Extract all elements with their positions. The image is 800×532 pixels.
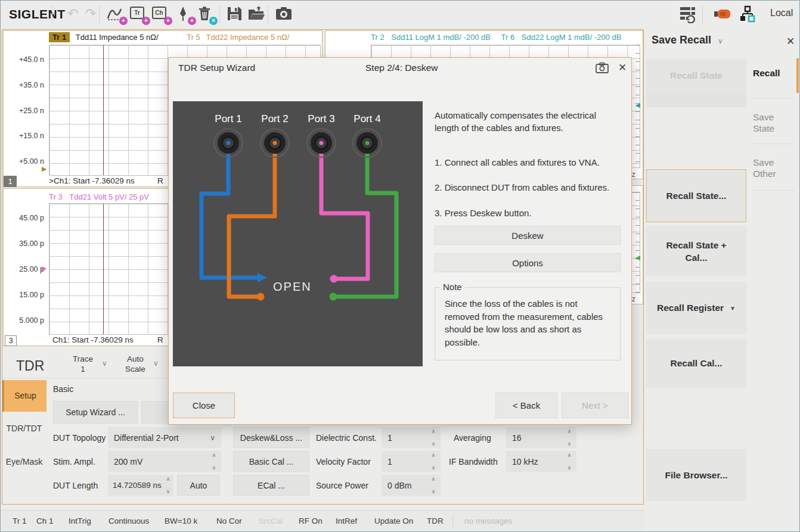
save-icon[interactable] [226,5,245,23]
sidebar-tab-save-state[interactable]: Save State [753,111,796,134]
tab-setup[interactable]: Setup [2,380,46,412]
recall-cal-button[interactable]: Recall Cal... [646,338,746,388]
channel-badge[interactable]: 3 [5,335,17,346]
recall-state-button[interactable]: Recall State... [646,169,746,222]
spin-up-icon[interactable]: ∧ [565,428,573,434]
trace2-header[interactable]: Tr 2 Sdd11 LogM 1 mdB/ -200 dB Tr 6 Sdd2… [371,33,622,42]
recall-state-cal-button[interactable]: Recall State + Cal... [646,226,746,276]
chevron-down-icon[interactable]: ∨ [153,359,159,368]
preset-list-icon[interactable] [679,5,698,23]
source-power-field[interactable]: 0 dBm ∧∨ [382,475,441,496]
scale-selector[interactable]: Auto Scale [119,354,152,374]
spin-down-icon[interactable]: ∨ [164,489,172,494]
options-button[interactable]: Options [435,253,621,272]
open-folder-icon[interactable] [247,5,266,23]
undo-icon[interactable]: ↶ [67,5,86,23]
trace5-badge[interactable]: Tr 5 [187,33,200,42]
trace3-detail: Tdd21 Volt 5 pV/ 25 pV [69,192,149,201]
spin-up-icon[interactable]: ∧ [210,452,218,458]
basic-cal-button[interactable]: Basic Cal ... [233,451,309,472]
add-trace-icon[interactable]: + [106,5,125,23]
trace6-badge[interactable]: Tr 6 [501,33,515,42]
deskew-step-2: 2. Disconnect DUT from cables and fixtur… [435,181,622,194]
y-tick: 35.00 p [4,239,44,248]
ref-level-marker[interactable]: ◀ [635,254,640,261]
dielectric-const-field[interactable]: 1 ∧∨ [382,427,441,448]
tab-tdr-tdt[interactable]: TDR/TDT [2,418,46,439]
close-button[interactable]: Close [173,393,235,418]
tab-separator [753,190,795,191]
y-tick: +35.0 n [4,81,44,89]
trace1-badge[interactable]: Tr 1 [49,32,70,42]
sidebar-tab-recall[interactable]: Recall [753,67,796,79]
y-tick: 25.00 p [4,265,44,273]
deskew-button[interactable]: Deskew [435,226,621,245]
ref-level-marker[interactable]: ▶ [42,166,46,172]
status-update: Update On [374,517,413,525]
stimulus-start-label[interactable]: Ch1: Start -7.36029 ns [52,335,134,344]
dut-length-field[interactable]: 14.720589 ns ∧∨ [108,475,173,496]
status-trigger: IntTrig [69,517,91,525]
back-button[interactable]: < Back [495,393,557,418]
spin-down-icon[interactable]: ∨ [429,489,438,494]
dut-topology-dropdown[interactable]: Differential 2-Port ∨ [108,427,221,448]
redo-icon[interactable]: ↷ [85,5,104,23]
spin-up-icon[interactable]: ∧ [164,476,172,482]
usb-icon[interactable] [713,5,732,23]
delete-trace-icon[interactable]: × [196,5,215,23]
averaging-field[interactable]: 16 ∧∨ [506,427,576,448]
cross-badge: × [209,17,218,25]
deskew-loss-button[interactable]: Deskew&Loss ... [233,427,309,448]
stimulus-start-label[interactable]: >Ch1: Start -7.36029 ns [49,176,135,185]
new-trace-window-icon[interactable]: Tr + [129,5,148,23]
deskew-step-3: 3. Press Deskew button. [435,207,622,219]
status-message: no messages [464,517,512,525]
spin-down-icon[interactable]: ∨ [565,465,573,471]
sidebar-tab-save-other[interactable]: Save Other [753,157,796,179]
local-mode-label[interactable]: Local [770,8,793,18]
spin-down-icon[interactable]: ∨ [429,465,438,471]
spin-down-icon[interactable]: ∨ [210,465,218,471]
trace3-badge[interactable]: Tr 3 [49,192,63,201]
auto-button[interactable]: Auto [177,475,220,496]
channel-badge[interactable]: 1 [4,176,17,187]
spin-down-icon[interactable]: ∨ [565,441,573,447]
spin-down-icon[interactable]: ∨ [429,441,438,447]
plus-badge: + [142,17,150,25]
trace1-header[interactable]: Tr 1 Tdd11 Impedance 5 nΩ/ Tr 5 Tdd22 Im… [49,33,289,42]
sidebar-close-icon[interactable]: ✕ [786,35,795,48]
cable-diagram [173,101,423,366]
toolbar-divider [99,5,100,23]
ref-level-marker[interactable]: ◀ [635,102,640,108]
status-channel: Ch 1 [36,517,54,525]
setup-wizard-button[interactable]: Setup Wizard ... [53,401,138,424]
trace3-header[interactable]: Tr 3 Tdd21 Volt 5 pV/ 25 pV [49,192,149,201]
sidebar-title[interactable]: Save Recall ∨ [652,34,723,46]
screenshot-icon[interactable] [275,5,294,23]
lan-network-icon[interactable] [739,5,758,23]
tab-eye-mask[interactable]: Eye/Mask [2,451,46,472]
add-marker-icon[interactable]: + [175,5,194,23]
velocity-factor-field[interactable]: 1 ∧∨ [382,451,441,472]
stim-ampl-field[interactable]: 200 mV ∧∨ [108,451,221,472]
trace2-badge[interactable]: Tr 2 [371,33,385,42]
top-toolbar: SIGLENT ↶ ↷ + Tr + Ch + + × [1,1,800,28]
y-tick: 5.000 p [4,316,44,325]
file-browser-button[interactable]: File Browser... [646,449,746,501]
chevron-down-icon[interactable]: ∨ [102,359,107,368]
spin-up-icon[interactable]: ∧ [429,476,438,482]
ecal-button[interactable]: ECal ... [233,475,309,496]
spin-up-icon[interactable]: ∧ [429,452,438,458]
dialog-screenshot-icon[interactable] [596,62,609,76]
spin-up-icon[interactable]: ∧ [565,452,573,458]
if-bandwidth-field[interactable]: 10 kHz ∧∨ [506,451,576,472]
ref-level-marker[interactable]: ▶ [42,265,46,272]
dialog-close-icon[interactable]: ✕ [618,61,627,74]
spin-up-icon[interactable]: ∧ [429,428,438,434]
tdr-panel-title: TDR [16,358,44,374]
siglent-logo: SIGLENT [9,7,66,21]
recall-register-button[interactable]: Recall Register ▼ [646,282,746,334]
trace-selector[interactable]: Trace 1 [66,354,100,374]
new-channel-window-icon[interactable]: Ch + [151,5,170,23]
open-termination-label: OPEN [273,280,312,294]
